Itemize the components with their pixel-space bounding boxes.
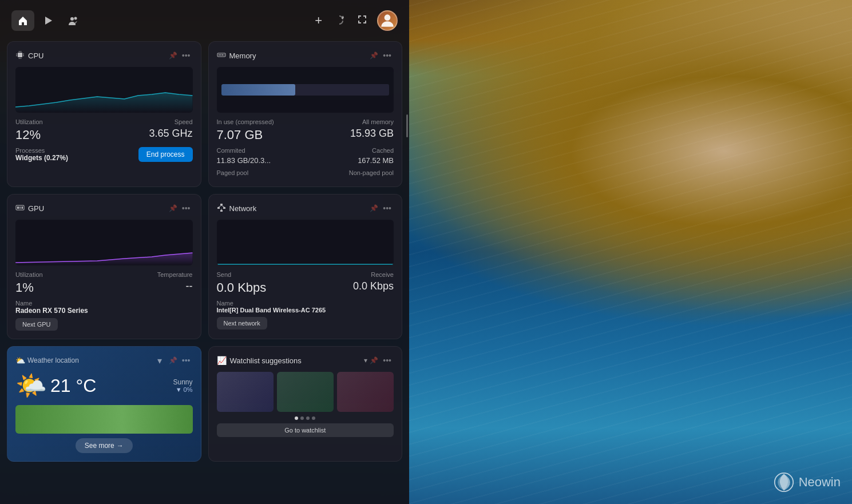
tab-media[interactable] [37, 10, 60, 31]
tab-people[interactable] [62, 10, 85, 31]
weather-rain-chance: ▼ 0% [173, 386, 192, 393]
cpu-process-row: Processes Widgets (0.27%) End process [15, 147, 193, 162]
memory-committed-values: 11.83 GB/20.3... 167.52 MB [217, 156, 394, 165]
memory-inuse-value: 7.07 GB [217, 128, 263, 142]
network-name-value: Intel[R] Dual Band Wireless-AC 7265 [217, 307, 394, 313]
network-send-label: Send [217, 271, 232, 278]
network-widget: Network 📌 ••• Send Receive 0.0 Kbps [208, 194, 403, 339]
network-send-value: 0.0 Kbps [217, 280, 267, 295]
svg-rect-17 [220, 54, 221, 55]
cpu-process-name: Widgets (0.27%) [15, 154, 68, 162]
memory-all-value: 15.93 GB [350, 128, 394, 142]
memory-pool-labels: Paged pool Non-paged pool [217, 169, 394, 176]
cpu-processes-label: Processes [15, 147, 68, 154]
weather-forecast-bar [15, 405, 193, 434]
network-more-button[interactable]: ••• [381, 203, 394, 214]
middle-widgets-row: GPU 📌 ••• [7, 194, 402, 339]
gpu-more-button[interactable]: ••• [180, 203, 193, 214]
dot-2[interactable] [300, 416, 304, 420]
watchlist-more-button[interactable]: ••• [381, 355, 394, 366]
network-name-row: Name Intel[R] Dual Band Wireless-AC 7265 [217, 300, 394, 313]
memory-top-values: 7.07 GB 15.93 GB [217, 128, 394, 142]
weather-more-button[interactable]: ••• [180, 355, 193, 366]
panel-header: + [0, 0, 409, 41]
cpu-speed-label: Speed [175, 118, 193, 125]
panel-content[interactable]: CPU 📌 ••• [0, 41, 409, 504]
gpu-pin-button[interactable]: 📌 [167, 203, 180, 213]
watchlist-images [217, 372, 394, 412]
svg-rect-23 [21, 207, 21, 209]
next-network-button[interactable]: Next network [217, 317, 267, 330]
watchlist-header: 📈 Watchlist suggestions ▾ 📌 ••• [217, 355, 394, 366]
weather-see-more-button[interactable]: See more → [76, 438, 133, 453]
svg-line-31 [221, 205, 224, 207]
svg-rect-9 [21, 58, 21, 59]
weather-dropdown-button[interactable]: ▾ [157, 355, 162, 366]
watchlist-pin-button[interactable]: 📌 [367, 355, 381, 366]
user-avatar[interactable] [377, 10, 398, 31]
dot-4[interactable] [312, 416, 315, 420]
memory-inuse-label: In use (compressed) [217, 118, 274, 125]
gpu-icon [15, 203, 25, 214]
gpu-widget: GPU 📌 ••• [7, 194, 201, 339]
network-stats: Send Receive [217, 271, 394, 278]
weather-condition: Sunny [173, 378, 192, 386]
weather-title: Weather location [27, 356, 157, 364]
memory-cached-value: 167.52 MB [358, 156, 394, 165]
svg-rect-26 [220, 204, 223, 205]
svg-rect-7 [21, 51, 21, 52]
memory-bar-outer [221, 84, 390, 96]
watchlist-image-1 [217, 372, 274, 412]
cpu-speed-value: 3.65 GHz [149, 128, 192, 142]
weather-see-more-label: See more [85, 442, 114, 450]
memory-nonpaged-label: Non-paged pool [349, 169, 394, 176]
expand-button[interactable] [354, 11, 370, 30]
add-widget-button[interactable]: + [312, 11, 324, 30]
gpu-utilization-value: 1% [15, 280, 34, 295]
weather-pin-button[interactable]: 📌 [167, 355, 180, 366]
cpu-more-button[interactable]: ••• [180, 50, 193, 61]
neowin-watermark: Neowin [774, 472, 841, 493]
header-tabs [11, 10, 85, 31]
network-icon [217, 203, 226, 214]
memory-more-button[interactable]: ••• [381, 50, 394, 61]
memory-committed-labels: Commited Cached [217, 147, 394, 154]
go-to-watchlist-button[interactable]: Go to watchlist [217, 423, 394, 437]
refresh-button[interactable] [331, 11, 347, 30]
svg-rect-27 [217, 207, 220, 209]
svg-point-2 [70, 17, 74, 21]
svg-rect-29 [220, 210, 223, 212]
svg-point-4 [385, 14, 391, 21]
cpu-title: CPU [28, 51, 167, 60]
svg-line-30 [219, 205, 221, 207]
end-process-button[interactable]: End process [138, 147, 193, 162]
memory-bar-fill [221, 84, 295, 96]
gpu-name-row: Name Radeon RX 570 Series [15, 300, 193, 315]
next-gpu-button[interactable]: Next GPU [15, 318, 58, 331]
svg-marker-1 [45, 17, 52, 25]
bottom-widgets-row: ⛅ Weather location ▾ 📌 ••• 🌤️ 21 °C Sunn… [7, 346, 402, 462]
cpu-chart [15, 67, 193, 113]
cpu-values: 12% 3.65 GHz [15, 128, 193, 142]
cpu-pin-button[interactable]: 📌 [167, 50, 180, 61]
weather-main: 🌤️ 21 °C Sunny ▼ 0% [15, 371, 193, 400]
dot-1[interactable] [295, 416, 298, 420]
cpu-utilization-value: 12% [15, 128, 41, 142]
tab-home[interactable] [11, 10, 34, 31]
memory-all-label: All memory [362, 118, 394, 125]
memory-cached-label: Cached [372, 147, 394, 154]
svg-rect-24 [22, 207, 23, 209]
svg-marker-14 [15, 93, 193, 113]
dot-3[interactable] [306, 416, 310, 420]
network-receive-value: 0.0 Kbps [353, 280, 394, 295]
svg-rect-8 [19, 58, 19, 59]
memory-pin-button[interactable]: 📌 [367, 50, 381, 61]
network-name-label: Name [217, 300, 394, 307]
memory-widget: Memory 📌 ••• In use (compressed) All mem… [208, 41, 403, 187]
network-pin-button[interactable]: 📌 [367, 203, 381, 213]
watchlist-widget: 📈 Watchlist suggestions ▾ 📌 ••• [208, 346, 403, 462]
svg-rect-6 [19, 51, 19, 52]
memory-top-labels: In use (compressed) All memory [217, 118, 394, 125]
svg-rect-21 [17, 207, 19, 209]
neowin-label: Neowin [799, 475, 841, 490]
